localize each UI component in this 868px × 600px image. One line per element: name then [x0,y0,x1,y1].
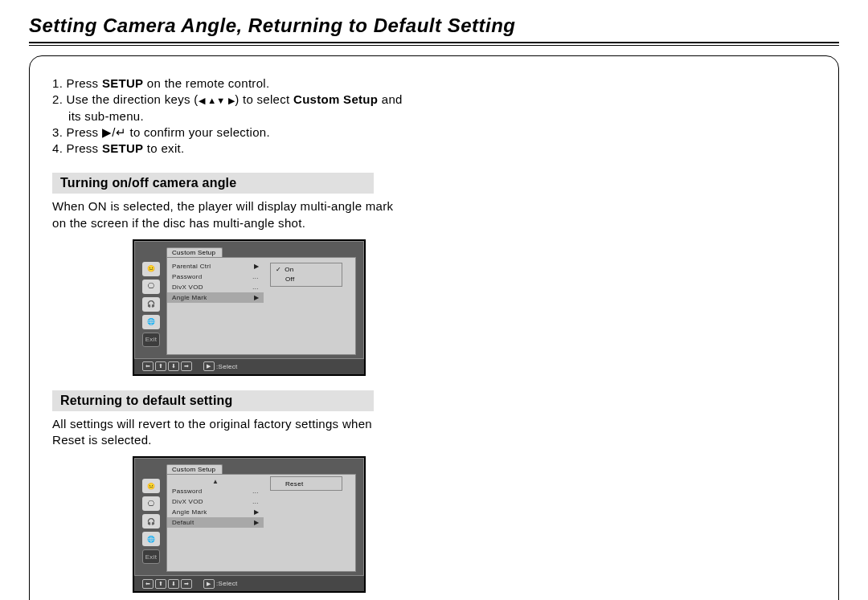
body-line: on the screen if the disc has multi-angl… [52,215,816,231]
right-key-icon: ➡ [181,361,192,371]
osd-menu-item: DivX VOD… [167,282,264,292]
setup-label: SETUP [102,141,144,155]
osd-submenu: ✓On Off [270,263,342,287]
osd-panel: Parental Ctrl▶ Password… DivX VOD… Angle… [166,257,356,355]
check-icon: ✓ [276,266,281,273]
custom-setup-label: Custom Setup [293,92,378,106]
left-key-icon: ⬅ [142,361,154,371]
osd-icon: 🎧 [142,297,160,312]
osd-menu-item: DivX VOD… [167,496,264,507]
body-line: When ON is selected, the player will dis… [52,198,816,214]
osd-exit-icon: Exit [142,549,160,564]
osd-screenshot-angle-mark: 😐 🖵 🎧 🌐 Exit Custom Setup Parental Ctrl▶… [133,239,366,376]
section-body: When ON is selected, the player will dis… [52,198,816,231]
play-key-icon: ▶ [203,579,215,589]
osd-icon: 😐 [142,479,160,493]
step-4: 4. Press SETUP to exit. [52,141,184,157]
content-frame: 1. Press SETUP on the remote control. 2.… [29,55,839,600]
section-heading-default: Returning to default setting [52,390,374,411]
osd-menu-item: Password… [167,271,264,282]
osd-sidebar: 😐 🖵 🎧 🌐 Exit [142,479,162,572]
step-text: to confirm your selection. [126,125,270,139]
step-text: 3. Press [52,125,102,139]
osd-icon: 🖵 [142,496,160,511]
osd-menu: ▲ Password… DivX VOD… Angle Mark▶ Defaul… [167,475,264,571]
osd-icon: 🖵 [142,280,160,294]
up-key-icon: ⬆ [155,361,166,371]
section-heading-camera-angle: Turning on/off camera angle [52,173,374,194]
step-text: 2. Use the direction keys ( [52,92,199,106]
body-line: Reset is selected. [52,432,816,448]
osd-footer-label: :Select [216,580,238,587]
title-divider [29,42,839,46]
step-text: on the remote control. [143,76,269,90]
up-key-icon: ⬆ [155,579,166,589]
osd-submenu: Reset [270,476,342,491]
osd-menu-item-selected: Default▶ [167,517,264,528]
osd-menu: Parental Ctrl▶ Password… DivX VOD… Angle… [167,258,264,354]
play-enter-icon: ▶/↵ [102,125,126,139]
osd-icon: 😐 [142,262,160,276]
osd-sub-item: Off [271,275,342,284]
intro-steps: 1. Press SETUP on the remote control. 2.… [52,76,816,157]
osd-tab: Custom Setup [166,247,223,257]
section-body: All settings will revert to the original… [52,416,816,449]
step-text: and [378,92,402,106]
osd-sidebar: 😐 🖵 🎧 🌐 Exit [142,262,162,355]
osd-menu-item: Password… [167,486,264,496]
left-key-icon: ⬅ [142,579,154,589]
osd-sub-item: ✓On [271,265,342,275]
osd-panel: ▲ Password… DivX VOD… Angle Mark▶ Defaul… [166,474,356,572]
osd-tab: Custom Setup [166,464,223,474]
osd-footer: ⬅ ⬆ ⬇ ➡ ▶ :Select [134,575,364,591]
step-text: ) to select [235,92,293,106]
osd-icon: 🎧 [142,514,160,529]
direction-arrows-icon: ◀ ▲▼ ▶ [199,96,235,105]
step-text: 4. Press [52,141,102,155]
osd-menu-item: Parental Ctrl▶ [167,261,264,271]
osd-screenshot-default: 😐 🖵 🎧 🌐 Exit Custom Setup ▲ Password… [133,456,366,593]
osd-footer-label: :Select [216,363,238,370]
step-2-contd: its sub-menu. [52,108,816,124]
osd-icon: 🌐 [142,532,160,546]
right-key-icon: ➡ [181,579,192,589]
osd-menu-item: Angle Mark▶ [167,507,264,517]
osd-menu-item-selected: Angle Mark▶ [167,292,264,303]
step-3: 3. Press ▶/↵ to confirm your selection. [52,124,270,141]
osd-icon: 🌐 [142,315,160,329]
page-title: Setting Camera Angle, Returning to Defau… [29,14,839,39]
down-key-icon: ⬇ [168,361,179,371]
osd-exit-icon: Exit [142,333,160,347]
body-line: All settings will revert to the original… [52,416,816,432]
step-text: to exit. [143,141,184,155]
setup-label: SETUP [102,76,144,90]
play-key-icon: ▶ [203,361,215,371]
step-text: 1. Press [52,76,102,90]
down-key-icon: ⬇ [168,579,179,589]
scroll-up-icon: ▲ [167,478,264,486]
step-1: 1. Press SETUP on the remote control. [52,76,269,92]
step-2: 2. Use the direction keys (◀ ▲▼ ▶) to se… [52,92,403,108]
osd-footer: ⬅ ⬆ ⬇ ➡ ▶ :Select [134,358,364,374]
osd-sub-item: Reset [271,479,342,488]
